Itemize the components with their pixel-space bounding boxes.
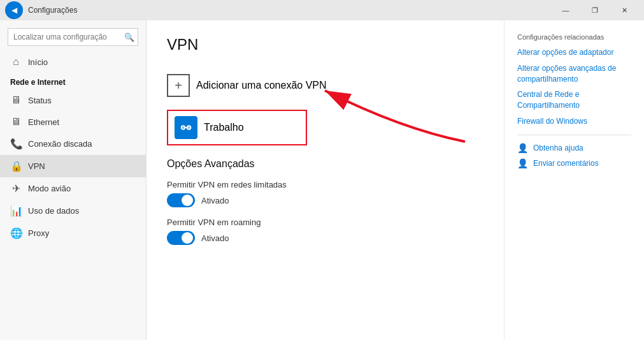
sidebar-item-label: Ethernet — [28, 117, 59, 127]
minimize-button[interactable]: — — [551, 0, 580, 20]
link-firewall[interactable]: Firewall do Windows — [517, 116, 631, 127]
option1-value: Ativado — [201, 196, 229, 205]
add-vpn-label: Adicionar uma conexão VPN — [196, 80, 327, 91]
option-vpn-roaming: Permitir VPN em roaming Ativado — [167, 218, 483, 245]
sidebar-item-label: Status — [28, 96, 52, 105]
option-vpn-limited: Permitir VPN em redes limitadas Ativado — [167, 180, 483, 207]
close-icon: ✕ — [622, 6, 627, 15]
sidebar-item-dados[interactable]: 📊 Uso de dados — [0, 200, 146, 222]
right-panel: Configurações relacionadas Alterar opçõe… — [504, 20, 644, 340]
advanced-section-title: Opções Avançadas — [167, 158, 483, 170]
search-icon: 🔍 — [124, 33, 134, 42]
sidebar-item-label: Uso de dados — [28, 206, 79, 216]
close-button[interactable]: ✕ — [610, 0, 639, 20]
restore-icon: ❐ — [592, 6, 598, 15]
content-wrapper: VPN + Adicionar uma conexão VPN Tr — [147, 20, 504, 340]
help-link[interactable]: Obtenha ajuda — [533, 144, 583, 152]
related-title: Configurações relacionadas — [517, 33, 631, 41]
add-vpn-button[interactable]: + Adicionar uma conexão VPN — [167, 69, 483, 102]
option1-toggle-row: Ativado — [167, 193, 483, 207]
add-icon: + — [167, 74, 190, 97]
content-area: VPN + Adicionar uma conexão VPN Tr — [147, 20, 504, 270]
vpn-connection-item[interactable]: Trabalho — [167, 110, 307, 145]
search-container: 🔍 — [8, 28, 138, 46]
main-container: 🔍 ⌂ Início Rede e Internet 🖥 Status 🖥 Et… — [0, 20, 644, 340]
minimize-icon: — — [562, 6, 569, 14]
home-icon: ⌂ — [10, 56, 22, 68]
svg-point-4 — [188, 127, 189, 128]
feedback-person-icon: 👤 — [517, 158, 528, 168]
ethernet-icon: 🖥 — [10, 116, 22, 128]
link-sharing[interactable]: Alterar opções avançadas de compartilham… — [517, 63, 631, 85]
sidebar: 🔍 ⌂ Início Rede e Internet 🖥 Status 🖥 Et… — [0, 20, 147, 340]
airplane-icon: ✈ — [10, 182, 22, 195]
option2-toggle[interactable] — [167, 231, 195, 245]
sidebar-item-label: Proxy — [28, 228, 49, 238]
help-row-feedback[interactable]: 👤 Enviar comentários — [517, 158, 631, 168]
restore-button[interactable]: ❐ — [580, 0, 610, 20]
option2-label: Permitir VPN em roaming — [167, 218, 483, 227]
option1-label: Permitir VPN em redes limitadas — [167, 180, 483, 189]
titlebar: ◀ Configurações — ❐ ✕ — [0, 0, 644, 20]
vpn-logo-svg — [179, 121, 193, 135]
divider — [517, 135, 631, 135]
status-icon: 🖥 — [10, 94, 22, 106]
window-controls: — ❐ ✕ — [551, 0, 639, 20]
back-button[interactable]: ◀ — [5, 1, 23, 19]
sidebar-item-aviao[interactable]: ✈ Modo avião — [0, 177, 146, 200]
vpn-connection-name: Trabalho — [204, 122, 244, 133]
link-network-center[interactable]: Central de Rede e Compartilhamento — [517, 89, 631, 111]
sidebar-item-vpn[interactable]: 🔒 VPN — [0, 155, 146, 177]
svg-point-3 — [182, 127, 183, 128]
help-row-obter[interactable]: 👤 Obtenha ajuda — [517, 143, 631, 153]
sidebar-item-label: Modo avião — [28, 184, 71, 193]
page-title: VPN — [167, 36, 483, 54]
option1-toggle[interactable] — [167, 193, 195, 207]
vpn-connection-icon — [175, 116, 197, 139]
sidebar-item-status[interactable]: 🖥 Status — [0, 89, 146, 111]
sidebar-item-ethernet[interactable]: 🖥 Ethernet — [0, 111, 146, 133]
sidebar-item-label: Início — [28, 57, 48, 67]
help-person-icon: 👤 — [517, 143, 528, 153]
vpn-nav-icon: 🔒 — [10, 160, 22, 172]
data-icon: 📊 — [10, 205, 22, 217]
sidebar-item-proxy[interactable]: 🌐 Proxy — [0, 222, 146, 244]
proxy-icon: 🌐 — [10, 227, 22, 239]
feedback-link[interactable]: Enviar comentários — [533, 159, 599, 168]
link-adapter[interactable]: Alterar opções de adaptador — [517, 47, 631, 58]
back-icon: ◀ — [11, 6, 17, 15]
search-input[interactable] — [8, 28, 138, 46]
sidebar-item-inicio[interactable]: ⌂ Início — [0, 51, 146, 73]
option2-value: Ativado — [201, 233, 229, 243]
sidebar-item-label: VPN — [28, 161, 45, 171]
option2-toggle-row: Ativado — [167, 231, 483, 245]
sidebar-section-label: Rede e Internet — [0, 73, 146, 89]
titlebar-title: Configurações — [28, 6, 551, 15]
sidebar-item-label: Conexão discada — [28, 139, 92, 149]
sidebar-item-conexao[interactable]: 📞 Conexão discada — [0, 133, 146, 155]
dialup-icon: 📞 — [10, 138, 22, 150]
